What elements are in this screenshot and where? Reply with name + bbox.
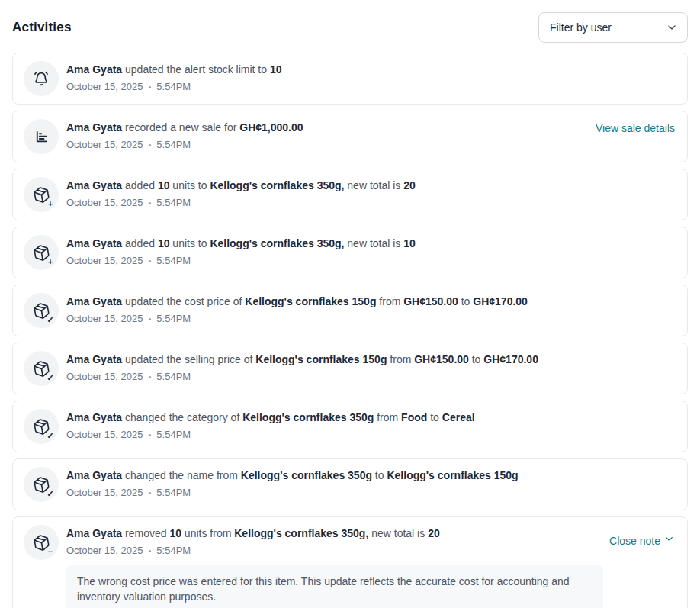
activity-timestamp: October 15, 2025 • 5:54PM [66,544,603,558]
check-badge-icon: ✓ [46,373,55,382]
sale-chart-icon [24,119,59,154]
activity-text-segment: to [458,295,473,307]
activity-date: October 15, 2025 [66,254,143,268]
activity-timestamp: October 15, 2025 • 5:54PM [66,138,589,152]
filter-by-user-dropdown[interactable]: Filter by user [538,12,688,43]
activity-card: + Ama Gyata added 10 units to Kellogg's … [12,227,688,278]
activity-text-segment: Ama Gyata [66,469,122,481]
activity-card: Ama Gyata updated the alert stock limit … [12,53,688,105]
activity-text-segment: updated the cost price of [122,295,245,307]
activity-text-segment: new total is [368,527,428,539]
activity-content: Ama Gyata changed the name from Kellogg'… [66,467,675,500]
activity-text-segment: from [374,411,401,423]
timestamp-separator: • [148,138,151,152]
activity-content: Ama Gyata updated the selling price of K… [66,351,675,384]
activity-date: October 15, 2025 [66,312,143,326]
activity-card: ✓ Ama Gyata changed the category of Kell… [12,401,688,452]
activity-text-segment: GH¢1,000.00 [239,121,303,134]
activity-text-segment: from [376,295,403,307]
view-sale-details-link[interactable]: View sale details [596,121,675,136]
activity-text-segment: 10 [270,63,282,76]
activity-text-segment: Kellogg's cornflakes 350g, [234,527,368,539]
activity-text-segment: GH¢170.00 [483,353,538,365]
bell-icon [24,61,59,96]
activity-text-segment: Kellogg's cornflakes 150g [387,469,518,481]
activity-time: 5:54PM [156,544,191,558]
filter-by-user-label: Filter by user [550,21,612,34]
timestamp-separator: • [148,544,151,558]
close-note-link[interactable]: Close note [609,533,675,548]
activity-content: Ama Gyata added 10 units to Kellogg's co… [66,177,675,210]
activity-date: October 15, 2025 [66,80,143,94]
activity-timestamp: October 15, 2025 • 5:54PM [66,254,675,268]
timestamp-separator: • [148,428,151,442]
activity-text: Ama Gyata updated the cost price of Kell… [66,294,675,309]
activity-list: Ama Gyata updated the alert stock limit … [12,53,688,608]
package-check-icon: ✓ [24,351,59,386]
activities-page: Activities Filter by user Ama Gyata upda… [0,0,700,608]
chevron-down-icon [663,533,675,548]
minus-badge-icon: − [46,547,55,556]
activity-text: Ama Gyata changed the category of Kellog… [66,410,675,425]
activity-card: Ama Gyata recorded a new sale for GH¢1,0… [12,111,688,162]
activity-text-segment: updated the selling price of [122,353,255,365]
timestamp-separator: • [148,196,151,210]
package-plus-icon: + [24,235,59,270]
activity-date: October 15, 2025 [66,428,143,442]
activity-timestamp: October 15, 2025 • 5:54PM [66,428,675,442]
page-title: Activities [12,20,72,35]
activity-text-segment: Ama Gyata [66,527,122,539]
activity-text-segment: units to [169,237,210,249]
activity-text-segment: Ama Gyata [66,179,122,191]
activity-text-segment: changed the category of [122,411,242,423]
activity-content: Ama Gyata changed the category of Kellog… [66,409,675,442]
activity-time: 5:54PM [156,254,191,268]
timestamp-separator: • [148,370,151,384]
activity-text: Ama Gyata updated the selling price of K… [66,352,675,367]
activity-text-segment: changed the name from [122,469,241,481]
activity-text-segment: from [387,353,414,365]
activity-card: ✓ Ama Gyata changed the name from Kellog… [12,458,688,510]
activity-text-segment: 20 [403,179,416,191]
activity-date: October 15, 2025 [66,544,143,558]
activity-date: October 15, 2025 [66,370,143,384]
activity-content: Ama Gyata removed 10 units from Kellogg'… [66,525,603,608]
activity-text-segment: Kellogg's cornflakes 350g [242,411,374,423]
activity-text-segment: Ama Gyata [66,295,122,307]
timestamp-separator: • [148,312,151,326]
activity-time: 5:54PM [156,196,191,210]
activity-text-segment: added [122,237,158,249]
activity-timestamp: October 15, 2025 • 5:54PM [66,312,675,326]
activity-text-segment: Ama Gyata [66,411,122,423]
check-badge-icon: ✓ [46,489,55,498]
package-minus-icon: − [24,525,59,560]
activity-text: Ama Gyata removed 10 units from Kellogg'… [66,526,603,541]
timestamp-separator: • [148,254,151,268]
activity-date: October 15, 2025 [66,196,143,210]
activity-text: Ama Gyata updated the alert stock limit … [66,62,675,77]
activity-text-segment: Food [401,411,427,423]
check-badge-icon: ✓ [46,431,55,440]
activity-text-segment: Kellogg's cornflakes 350g, [210,179,344,191]
activity-text-segment: GH¢170.00 [473,295,528,307]
activity-date: October 15, 2025 [66,486,143,500]
activity-time: 5:54PM [156,80,191,94]
timestamp-separator: • [148,80,151,94]
package-check-icon: ✓ [24,409,59,444]
activity-text-segment: GH¢150.00 [403,295,458,307]
activity-text-segment: added [122,179,158,191]
activity-text-segment: to [372,469,387,481]
activity-timestamp: October 15, 2025 • 5:54PM [66,80,675,94]
activity-text-segment: Ama Gyata [66,353,122,365]
activity-text-segment: 10 [403,237,416,249]
activity-text-segment: new total is [344,237,403,249]
plus-badge-icon: + [46,199,55,208]
activity-text-segment: Kellogg's cornflakes 350g, [210,237,344,249]
plus-badge-icon: + [46,257,55,266]
activity-text-segment: new total is [344,179,403,191]
activity-text-segment: Kellogg's cornflakes 150g [245,295,376,307]
package-check-icon: ✓ [24,467,59,502]
activity-text: Ama Gyata changed the name from Kellogg'… [66,468,675,483]
activity-card: ✓ Ama Gyata updated the cost price of Ke… [12,285,688,336]
activity-timestamp: October 15, 2025 • 5:54PM [66,196,675,210]
